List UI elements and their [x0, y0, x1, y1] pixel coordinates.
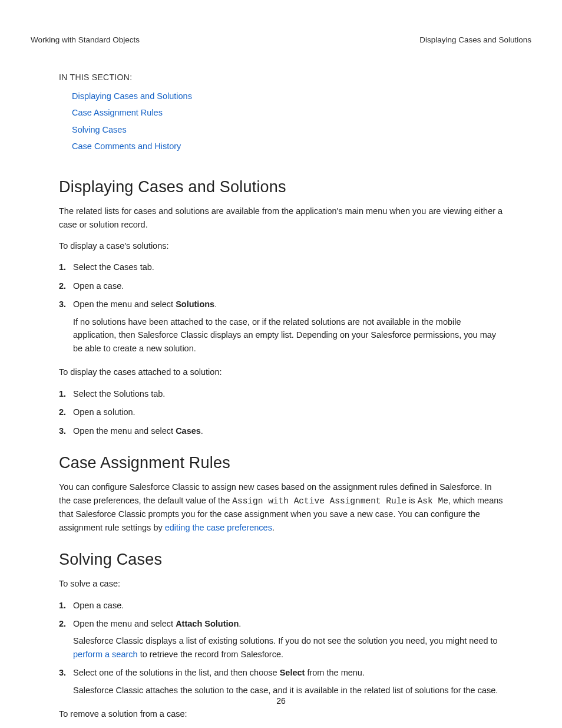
link-editing-case-preferences[interactable]: editing the case preferences [165, 523, 272, 532]
toc-link-displaying-cases[interactable]: Displaying Cases and Solutions [72, 88, 503, 104]
running-header: Working with Standard Objects Displaying… [31, 35, 531, 44]
s3-a-lead: To solve a case: [59, 577, 503, 590]
s1-a3-pre: Open the menu and select [73, 299, 176, 309]
s1-b3-bold: Cases [176, 426, 201, 436]
s1-list-b: Select the Solutions tab. Open a solutio… [59, 387, 503, 437]
s2-code2: Ask Me [418, 496, 448, 506]
toc-link-case-comments-history[interactable]: Case Comments and History [72, 138, 503, 154]
s3-a2-sub-pre: Salesforce Classic displays a list of ex… [73, 636, 498, 645]
s2-code1: Assign with Active Assignment Rule [232, 496, 406, 506]
s1-intro: The related lists for cases and solution… [59, 205, 503, 231]
s3-a-step3: Select one of the solutions in the list,… [59, 666, 503, 697]
s3-a2-post: . [239, 619, 241, 628]
s3-a2-pre: Open the menu and select [73, 619, 176, 628]
s1-a-step1: Select the Cases tab. [59, 261, 503, 274]
s1-a3-bold: Solutions [176, 299, 214, 309]
in-this-section-links: Displaying Cases and Solutions Case Assi… [59, 88, 503, 154]
s1-b-step1: Select the Solutions tab. [59, 387, 503, 400]
toc-link-solving-cases[interactable]: Solving Cases [72, 121, 503, 138]
link-perform-a-search[interactable]: perform a search [73, 650, 138, 659]
content: IN THIS SECTION: Displaying Cases and So… [31, 73, 531, 728]
s3-a2-bold: Attach Solution [176, 619, 239, 628]
s1-a3-post: . [214, 299, 217, 309]
page: Working with Standard Objects Displaying… [0, 0, 562, 728]
s1-b-step3: Open the menu and select Cases. [59, 424, 503, 437]
header-right: Displaying Cases and Solutions [419, 35, 531, 44]
s1-b-step2: Open a solution. [59, 406, 503, 419]
s2-post: . [272, 523, 275, 532]
s3-a3-pre: Select one of the solutions in the list,… [73, 668, 280, 677]
s3-list-a: Open a case. Open the menu and select At… [59, 599, 503, 697]
s3-a-step2: Open the menu and select Attach Solution… [59, 617, 503, 661]
in-this-section-label: IN THIS SECTION: [59, 73, 503, 82]
s1-b-lead: To display the cases attached to a solut… [59, 365, 503, 378]
s3-a2-sub-post: to retrieve the record from Salesforce. [138, 650, 283, 659]
toc-link-case-assignment-rules[interactable]: Case Assignment Rules [72, 104, 503, 121]
s3-a3-sub: Salesforce Classic attaches the solution… [73, 684, 503, 697]
heading-solving-cases: Solving Cases [59, 551, 503, 569]
s1-b3-post: . [201, 426, 203, 436]
s1-a-step3: Open the menu and select Solutions. If n… [59, 298, 503, 355]
s3-a3-post: from the menu. [305, 668, 365, 677]
s1-a-step2: Open a case. [59, 279, 503, 292]
s3-b-lead: To remove a solution from a case: [59, 707, 503, 720]
s1-b3-pre: Open the menu and select [73, 426, 176, 436]
page-number: 26 [0, 696, 562, 706]
s2-body: You can configure Salesforce Classic to … [59, 480, 503, 534]
heading-case-assignment-rules: Case Assignment Rules [59, 454, 503, 472]
heading-displaying-cases: Displaying Cases and Solutions [59, 178, 503, 196]
s3-a-step1: Open a case. [59, 599, 503, 612]
s1-list-a: Select the Cases tab. Open a case. Open … [59, 261, 503, 355]
s1-a3-sub: If no solutions have been attached to th… [73, 315, 503, 355]
s1-a-lead: To display a case's solutions: [59, 239, 503, 252]
header-left: Working with Standard Objects [31, 35, 140, 44]
s3-a2-sub: Salesforce Classic displays a list of ex… [73, 634, 503, 661]
s2-mid1: is [406, 496, 418, 505]
s3-a3-bold: Select [280, 668, 305, 677]
